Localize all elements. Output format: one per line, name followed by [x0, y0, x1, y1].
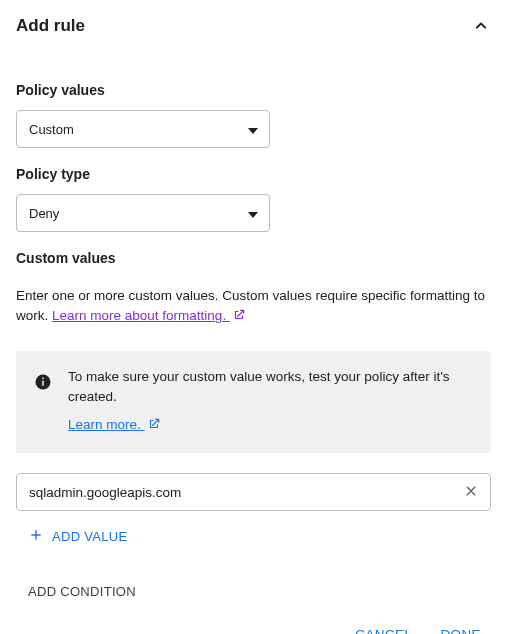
info-icon: [34, 373, 52, 397]
svg-rect-1: [42, 380, 44, 385]
info-learn-more-link[interactable]: Learn more.: [68, 415, 161, 437]
dialog-footer: CANCEL DONE: [16, 599, 491, 634]
add-rule-panel: Add rule Policy values Custom Policy typ…: [0, 0, 507, 634]
external-link-icon: [232, 308, 246, 328]
policy-values-select-wrap: Custom: [16, 110, 270, 148]
close-icon: [463, 483, 479, 502]
policy-values-select[interactable]: Custom: [16, 110, 270, 148]
done-button[interactable]: DONE: [430, 619, 491, 634]
policy-type-select[interactable]: Deny: [16, 194, 270, 232]
add-value-button[interactable]: ADD VALUE: [28, 527, 491, 546]
policy-type-select-wrap: Deny: [16, 194, 270, 232]
collapse-icon[interactable]: [471, 16, 491, 36]
policy-type-selected: Deny: [29, 206, 59, 221]
clear-value-button[interactable]: [459, 480, 483, 504]
learn-more-formatting-text: Learn more about formatting.: [52, 308, 226, 323]
panel-title: Add rule: [16, 16, 85, 36]
custom-value-input-wrap: [16, 473, 491, 511]
svg-rect-2: [42, 377, 44, 379]
cancel-button[interactable]: CANCEL: [345, 619, 422, 634]
info-text: To make sure your custom value works, te…: [68, 367, 475, 408]
learn-more-formatting-link[interactable]: Learn more about formatting.: [52, 308, 246, 323]
plus-icon: [28, 527, 44, 546]
panel-header: Add rule: [16, 16, 491, 36]
policy-type-label: Policy type: [16, 166, 491, 182]
custom-values-label: Custom values: [16, 250, 491, 266]
policy-values-label: Policy values: [16, 82, 491, 98]
custom-value-input[interactable]: [16, 473, 491, 511]
external-link-icon: [147, 417, 161, 437]
info-learn-more-text: Learn more.: [68, 417, 141, 432]
policy-values-selected: Custom: [29, 122, 74, 137]
info-banner: To make sure your custom value works, te…: [16, 351, 491, 454]
add-value-label: ADD VALUE: [52, 529, 127, 544]
add-condition-button[interactable]: ADD CONDITION: [28, 584, 491, 599]
custom-values-help: Enter one or more custom values. Custom …: [16, 286, 491, 329]
